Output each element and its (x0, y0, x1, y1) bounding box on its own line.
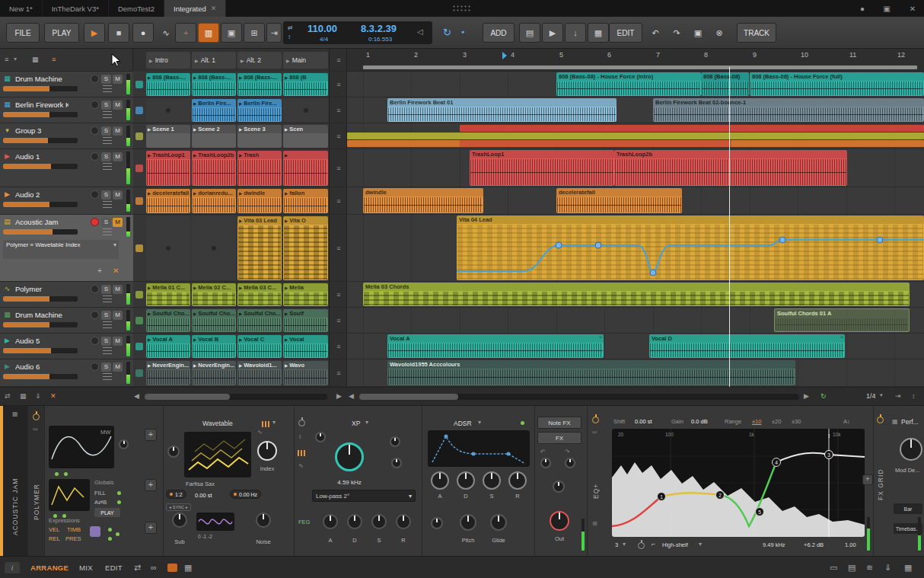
eq-band-4-node[interactable]: 4 (775, 460, 778, 465)
project-tab[interactable]: DemoTest2 (109, 0, 164, 17)
project-tab[interactable]: New 1* (0, 0, 43, 17)
add-device-button[interactable]: + (97, 267, 102, 275)
filter-cutoff-knob[interactable] (335, 442, 364, 471)
edit-view-button[interactable]: EDIT (105, 564, 123, 572)
arranger-clip[interactable]: Wavoloid1955 Acccolours (387, 360, 795, 385)
volume-slider[interactable] (3, 296, 78, 302)
mute-button[interactable]: M (113, 337, 123, 346)
wavetable-index-knob[interactable] (257, 441, 277, 461)
arranger-clip[interactable]: deceleratefall (556, 188, 682, 213)
fxgrid-preset-name[interactable]: Perf... (901, 418, 922, 426)
scene-play-icon[interactable]: ▶ (241, 58, 244, 63)
record-button[interactable]: ● (132, 23, 154, 43)
adsr-envelope-display[interactable] (428, 430, 530, 467)
launcher-clip[interactable]: ▶Vita 03 Lead (237, 216, 282, 280)
play-mode-button[interactable]: PLAY (94, 508, 120, 517)
monitor-button[interactable] (91, 285, 99, 293)
empty-clip-slot[interactable] (146, 99, 190, 122)
arranger-track-lane[interactable]: Soulful Chords 01 A (347, 308, 924, 334)
scroll-left-icon[interactable]: ◀ (134, 392, 139, 400)
launcher-clip[interactable]: ▶Soulful Cho... (146, 309, 190, 332)
edit-menu-button[interactable]: EDIT (609, 23, 642, 43)
launcher-clip[interactable]: ▶Mella 02 C... (192, 283, 236, 306)
monitor-button[interactable] (91, 190, 99, 199)
arranger-clip[interactable]: Vocal D≈ (649, 334, 845, 358)
env-sustain-knob[interactable] (483, 471, 501, 490)
solo-button[interactable]: S (101, 337, 111, 346)
chevron-down-icon[interactable]: ▾ (365, 419, 368, 426)
clip-play-icon[interactable]: ▶ (193, 286, 196, 290)
launcher-clip[interactable]: ▶Berlin Fire... (192, 99, 236, 122)
launcher-clip[interactable]: ▶808 (Bass-... (192, 73, 236, 96)
track-header-selected[interactable]: ▤ Acoustic Jam S M Polymer » Wavetable I… (0, 215, 133, 282)
playhead[interactable] (729, 67, 730, 387)
cutoff-value[interactable]: 4.59 kHz (333, 479, 366, 486)
scroll-left-icon[interactable]: ◀ (349, 392, 354, 400)
solo-button[interactable]: S (101, 285, 111, 294)
range-10-option[interactable]: ±10 (752, 418, 761, 425)
output-volume-knob[interactable] (550, 511, 569, 531)
arranger-track-lane[interactable]: Wavoloid1955 Acccolours (347, 359, 924, 387)
arranger-clip[interactable]: 808 (Bass-08) - House Force (intro) (556, 72, 701, 96)
add-instrument-track-icon[interactable]: ▤ (519, 23, 540, 43)
clip-stop-button[interactable] (135, 107, 143, 114)
loop-selector-icon[interactable]: ↻ (820, 392, 827, 400)
grid-view-icon[interactable]: ▦ (32, 56, 39, 63)
clip-play-icon[interactable]: ▶ (193, 363, 196, 368)
time-signature[interactable]: 4/4 (320, 36, 328, 43)
arranger-clip[interactable]: TrashLoop1 (470, 150, 614, 186)
arranger-track-lane[interactable]: Vita 04 Lead (347, 215, 924, 282)
empty-clip-slot[interactable] (146, 216, 190, 280)
volume-slider[interactable] (3, 112, 78, 117)
mod-source-dot[interactable] (64, 472, 68, 476)
mix-knob[interactable] (553, 481, 565, 493)
chevron-down-icon[interactable]: ▾ (478, 419, 481, 426)
track-header[interactable]: ∿ Polymer S M (0, 282, 133, 308)
clip-play-icon[interactable]: ▶ (239, 101, 242, 106)
arranger-clip[interactable]: Berlin Firework Beat 02-bounce-1 (653, 98, 924, 122)
track-options-icon[interactable]: ≡ (330, 215, 348, 282)
mod-source-dot[interactable] (117, 491, 121, 495)
monitor-button[interactable] (91, 337, 99, 345)
play-time[interactable]: 0:16.553 (368, 36, 392, 43)
group-lane-clip[interactable] (347, 133, 924, 139)
monitor-button[interactable] (91, 362, 99, 371)
mute-button[interactable]: M (113, 218, 123, 227)
track-options-icon[interactable]: ≡ (330, 72, 348, 97)
track-name[interactable]: Acoustic Jam (15, 218, 69, 226)
clip-play-icon[interactable]: ▶ (193, 311, 196, 316)
chevron-down-icon[interactable]: ▾ (272, 419, 276, 426)
arrange-view-button[interactable]: ARRANGE (30, 564, 69, 572)
punch-in-button[interactable]: + (175, 23, 196, 43)
monitor-button[interactable] (91, 75, 99, 83)
mod-source-dot[interactable] (116, 532, 119, 536)
clip-play-icon[interactable]: ▶ (285, 363, 288, 368)
solo-button[interactable]: S (101, 126, 111, 136)
launcher-clip[interactable]: ▶Soulf (283, 309, 328, 332)
loop-toggle-icon[interactable]: ↻ (443, 27, 451, 38)
clip-play-icon[interactable]: ▶ (239, 153, 242, 158)
ab-morph-toggle[interactable]: A⇄B (94, 499, 107, 506)
track-name[interactable]: Audio 6 (15, 362, 69, 371)
clip-play-icon[interactable]: ▶ (285, 191, 288, 196)
launcher-mode-icon[interactable]: ↕ (288, 34, 291, 40)
clip-play-icon[interactable]: ▶ (148, 127, 151, 132)
download-icon[interactable]: ⇓ (884, 563, 891, 573)
solo-button[interactable]: S (101, 218, 111, 227)
launcher-clip[interactable]: ▶deceleratefall (146, 189, 190, 213)
snap-grid-value[interactable]: 1/4 (866, 392, 876, 400)
filter-env-icon[interactable]: ∿ (298, 462, 304, 469)
fade-icon[interactable]: ≈ (840, 334, 843, 340)
solo-button[interactable]: S (101, 75, 111, 84)
device-track-rail[interactable]: ▦ ACOUSTIC JAM (3, 406, 27, 557)
feg-decay-knob[interactable] (347, 514, 362, 529)
launcher-clip[interactable]: ▶808 (Bass-... (237, 73, 282, 96)
play-button[interactable]: ▶ (84, 23, 105, 43)
volume-slider[interactable] (3, 374, 78, 379)
solo-button[interactable]: S (101, 311, 111, 320)
device-chain-selector[interactable]: Polymer » Wavetable Index ▾ (3, 240, 119, 259)
timb-expression[interactable]: TIMB (67, 526, 81, 533)
mute-button[interactable]: M (113, 311, 123, 320)
solo-button[interactable]: S (101, 190, 111, 200)
solo-button[interactable]: S (101, 152, 111, 161)
